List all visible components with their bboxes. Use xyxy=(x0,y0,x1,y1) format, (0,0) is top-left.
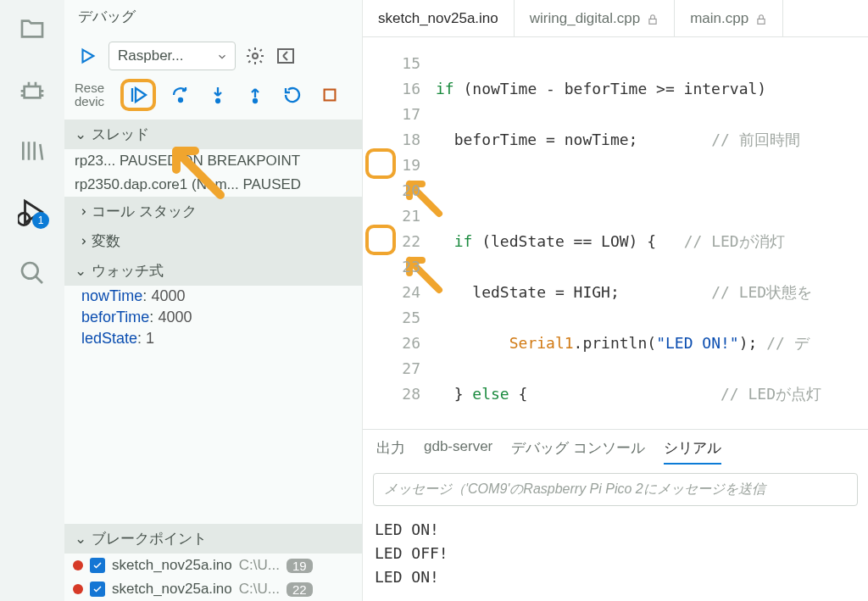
panel-tab-console[interactable]: デバッグ コンソール xyxy=(511,438,645,465)
chevron-down-icon: ⌄ xyxy=(75,125,86,143)
variables-section-header[interactable]: ⌄ 変数 xyxy=(64,226,362,256)
serial-line: LED ON! xyxy=(375,518,856,542)
continue-button-highlight xyxy=(120,79,156,111)
callstack-label: コール スタック xyxy=(92,202,197,221)
lock-icon xyxy=(755,13,767,25)
breakpoints-label: ブレークポイント xyxy=(92,529,207,548)
debug-toolbar: Raspber... xyxy=(64,42,362,79)
boards-icon[interactable] xyxy=(14,71,51,109)
gear-icon[interactable] xyxy=(244,45,266,67)
editor-tabs: sketch_nov25a.ino wiring_digital.cpp mai… xyxy=(363,0,868,37)
lock-icon xyxy=(647,13,659,25)
start-debug-button[interactable] xyxy=(75,43,100,69)
debug-controls-row: Rese devic xyxy=(64,79,362,120)
chevron-down-icon xyxy=(216,50,228,67)
watch-item[interactable]: ledState: 1 xyxy=(64,328,362,349)
chevron-right-icon: ⌄ xyxy=(72,206,90,218)
svg-rect-10 xyxy=(758,19,765,24)
bp-path: C:\U... xyxy=(239,581,280,598)
svg-point-6 xyxy=(216,99,220,103)
chevron-down-icon: ⌄ xyxy=(75,262,86,280)
code-editor[interactable]: 15 16 17 18 19 20 21 22 23 24 25 26 27 2… xyxy=(363,37,868,429)
tab-wiring[interactable]: wiring_digital.cpp xyxy=(515,0,675,36)
config-label: Raspber... xyxy=(118,47,184,64)
tab-sketch[interactable]: sketch_nov25a.ino xyxy=(363,0,515,36)
debug-config-select[interactable]: Raspber... xyxy=(108,42,236,70)
serial-output: LED ON! LED OFF! LED ON! xyxy=(363,515,868,601)
watch-item[interactable]: beforTime: 4000 xyxy=(64,307,362,328)
serial-line: LED OFF! xyxy=(375,542,856,565)
debug-sidebar: デバッグ Raspber... Rese devic xyxy=(64,0,363,601)
watch-item[interactable]: nowTime: 4000 xyxy=(64,286,362,307)
svg-rect-0 xyxy=(25,86,41,97)
bp-file: sketch_nov25a.ino xyxy=(112,557,232,574)
svg-point-7 xyxy=(253,99,257,103)
svg-point-2 xyxy=(22,263,38,279)
panel-tab-gdb[interactable]: gdb-server xyxy=(424,438,492,465)
line-gutter: 15 16 17 18 19 20 21 22 23 24 25 26 27 2… xyxy=(363,37,436,429)
debug-icon[interactable]: 1 xyxy=(14,193,51,231)
chevron-down-icon: ⌄ xyxy=(75,530,86,548)
serial-message-input[interactable]: メッセージ（'COM9'のRaspberry Pi Pico 2にメッセージを送… xyxy=(373,473,858,506)
step-out-button[interactable] xyxy=(242,82,268,108)
breakpoint-checkbox[interactable] xyxy=(90,558,105,573)
panel-tabs: 出力 gdb-server デバッグ コンソール シリアル xyxy=(363,430,868,468)
svg-point-5 xyxy=(179,98,182,102)
activity-bar: 1 xyxy=(0,0,64,601)
watch-section-header[interactable]: ⌄ ウォッチ式 xyxy=(64,256,362,286)
explorer-icon[interactable] xyxy=(14,10,51,47)
breakpoints-section-header[interactable]: ⌄ ブレークポイント xyxy=(64,524,362,554)
debug-badge: 1 xyxy=(32,212,49,229)
variables-label: 変数 xyxy=(92,231,120,251)
bottom-panel: 出力 gdb-server デバッグ コンソール シリアル メッセージ（'COM… xyxy=(363,429,868,601)
search-icon[interactable] xyxy=(14,254,51,292)
watch-label: ウォッチ式 xyxy=(92,261,164,281)
bp-line-badge: 22 xyxy=(287,582,313,597)
breakpoint-dot-icon xyxy=(73,560,83,570)
breakpoint-row[interactable]: sketch_nov25a.ino C:\U... 19 xyxy=(64,554,362,577)
bp-path: C:\U... xyxy=(239,557,280,574)
threads-label: スレッド xyxy=(92,125,149,144)
breakpoint-checkbox[interactable] xyxy=(90,582,105,597)
panel-tab-serial[interactable]: シリアル xyxy=(664,438,721,465)
tab-main[interactable]: main.cpp xyxy=(675,0,783,36)
serial-line: LED ON! xyxy=(375,565,856,589)
svg-rect-4 xyxy=(278,49,293,63)
panel-tab-output[interactable]: 出力 xyxy=(376,438,405,465)
restart-button[interactable] xyxy=(280,82,305,108)
step-into-button[interactable] xyxy=(205,82,231,108)
sidebar-title: デバッグ xyxy=(64,0,362,42)
reset-label: Rese devic xyxy=(75,81,110,109)
step-over-button[interactable] xyxy=(168,82,193,108)
annotation-arrow xyxy=(161,136,229,203)
bp-file: sketch_nov25a.ino xyxy=(112,581,232,598)
stop-button[interactable] xyxy=(317,82,342,108)
breakpoint-row[interactable]: sketch_nov25a.ino C:\U... 22 xyxy=(64,577,362,601)
editor-area: sketch_nov25a.ino wiring_digital.cpp mai… xyxy=(363,0,868,601)
chevron-right-icon: ⌄ xyxy=(72,236,90,248)
svg-point-3 xyxy=(253,53,258,58)
svg-rect-8 xyxy=(325,90,336,101)
library-icon[interactable] xyxy=(14,132,51,170)
continue-button[interactable] xyxy=(125,82,151,108)
bp-line-badge: 19 xyxy=(287,559,313,573)
breakpoint-dot-icon xyxy=(73,584,83,594)
code-body: if (nowTime - beforTime >= interval) bef… xyxy=(436,37,821,429)
panel-toggle-icon[interactable] xyxy=(275,45,297,67)
svg-rect-9 xyxy=(649,19,656,24)
